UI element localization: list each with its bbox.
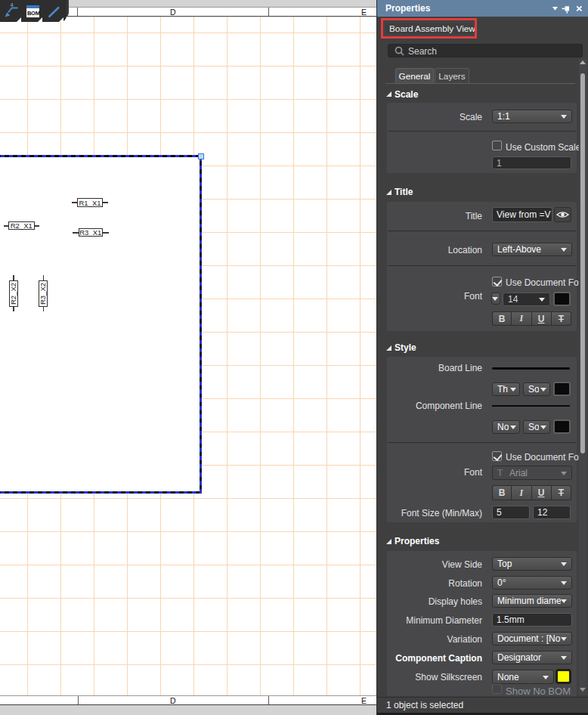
svg-text:4: 4 xyxy=(11,2,14,8)
svg-text:BOM: BOM xyxy=(27,10,40,17)
